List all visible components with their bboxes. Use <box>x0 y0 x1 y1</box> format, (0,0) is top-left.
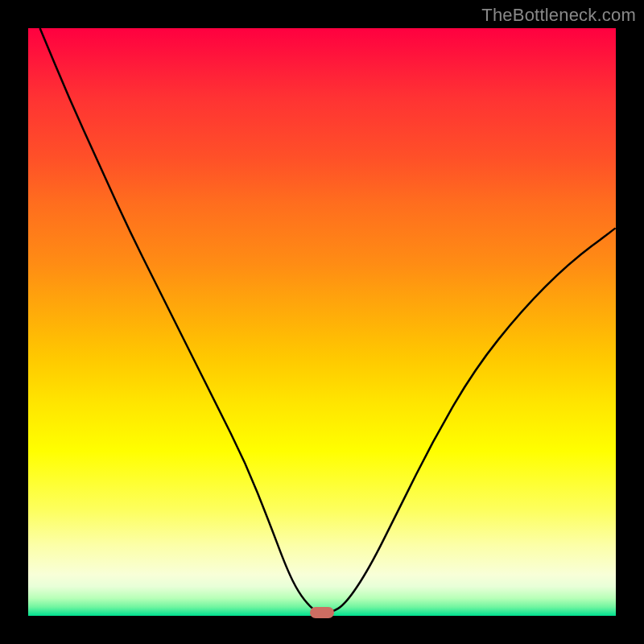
minimum-marker <box>310 607 334 618</box>
chart-frame: TheBottleneck.com <box>0 0 644 644</box>
watermark-text: TheBottleneck.com <box>481 5 636 26</box>
plot-area <box>28 28 616 616</box>
curve-svg <box>28 28 616 616</box>
bottleneck-curve-path <box>40 28 616 613</box>
